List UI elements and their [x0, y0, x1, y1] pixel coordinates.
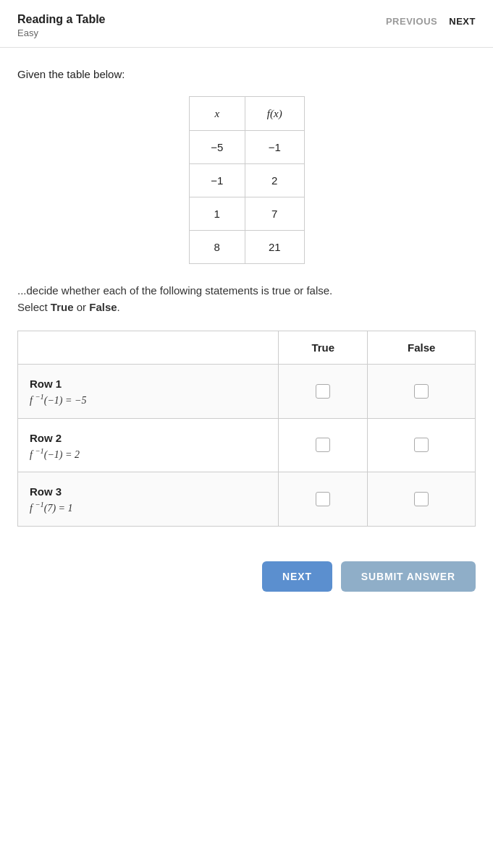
fx-value: 7 [245, 197, 304, 231]
main-content: Given the table below: x f(x) −5 −1 −1 2 [0, 48, 493, 541]
fx-value: −1 [245, 131, 304, 164]
answer-col-label [18, 331, 279, 365]
true-checkbox[interactable] [316, 438, 330, 452]
false-bold: False [89, 301, 117, 313]
false-checkbox-container [368, 438, 475, 452]
false-cell [368, 418, 476, 472]
select-instruction: Select True or False. [17, 301, 476, 313]
answer-row: Row 1 f −1(−1) = −5 [18, 365, 476, 419]
next-button[interactable]: NEXT [262, 561, 332, 592]
false-cell [368, 472, 476, 527]
col-x-header: x [189, 97, 245, 131]
data-table: x f(x) −5 −1 −1 2 1 7 8 21 [189, 96, 305, 264]
true-cell [279, 418, 368, 472]
header-nav: PREVIOUS NEXT [386, 16, 476, 27]
intro-text: Given the table below: [17, 68, 476, 80]
previous-button[interactable]: PREVIOUS [386, 16, 437, 27]
false-checkbox-container [368, 492, 475, 506]
table-row: 8 21 [189, 231, 304, 264]
x-label: x [214, 108, 219, 119]
true-checkbox-container [279, 384, 367, 399]
true-cell [279, 472, 368, 527]
page-header: Reading a Table Easy PREVIOUS NEXT [0, 0, 493, 48]
true-checkbox[interactable] [316, 384, 330, 399]
table-row: −5 −1 [189, 131, 304, 164]
col-fx-header: f(x) [245, 97, 304, 131]
row-label-formula: f −1(−1) = −5 [30, 393, 278, 407]
answer-row: Row 3 f −1(7) = 1 [18, 472, 476, 527]
row-label-formula: f −1(−1) = 2 [30, 447, 278, 461]
row-label-title: Row 3 [30, 485, 278, 498]
x-value: −5 [189, 131, 245, 164]
col-false-header: False [368, 331, 476, 365]
fx-value: 2 [245, 164, 304, 197]
false-checkbox[interactable] [414, 492, 429, 506]
col-true-header: True [279, 331, 368, 365]
fx-value: 21 [245, 231, 304, 264]
x-value: 1 [189, 197, 245, 231]
difficulty-label: Easy [17, 27, 106, 38]
true-checkbox-container [279, 492, 367, 506]
row-label-cell: Row 3 f −1(7) = 1 [18, 472, 279, 527]
submit-answer-button[interactable]: SUBMIT ANSWER [341, 561, 476, 592]
true-checkbox-container [279, 438, 367, 452]
false-checkbox[interactable] [414, 384, 429, 399]
row-label-title: Row 1 [30, 378, 278, 390]
answer-row: Row 2 f −1(−1) = 2 [18, 418, 476, 472]
true-checkbox[interactable] [316, 492, 330, 506]
next-nav-button[interactable]: NEXT [449, 16, 476, 27]
table-row: −1 2 [189, 164, 304, 197]
x-value: −1 [189, 164, 245, 197]
answer-table: True False Row 1 f −1(−1) = −5 Row [17, 331, 476, 527]
row-label-cell: Row 1 f −1(−1) = −5 [18, 365, 279, 419]
table-row: 1 7 [189, 197, 304, 231]
true-cell [279, 365, 368, 419]
fx-label: f(x) [267, 108, 282, 119]
row-label-formula: f −1(7) = 1 [30, 501, 278, 514]
page-title: Reading a Table [17, 13, 106, 26]
x-value: 8 [189, 231, 245, 264]
false-checkbox[interactable] [414, 438, 429, 452]
row-label-cell: Row 2 f −1(−1) = 2 [18, 418, 279, 472]
false-checkbox-container [368, 384, 475, 399]
bottom-bar: NEXT SUBMIT ANSWER [0, 541, 493, 606]
data-table-container: x f(x) −5 −1 −1 2 1 7 8 21 [17, 96, 476, 264]
row-label-title: Row 2 [30, 432, 278, 444]
continuation-text: ...decide whether each of the following … [17, 284, 476, 297]
header-left: Reading a Table Easy [17, 13, 106, 38]
false-cell [368, 365, 476, 419]
true-bold: True [51, 301, 74, 313]
